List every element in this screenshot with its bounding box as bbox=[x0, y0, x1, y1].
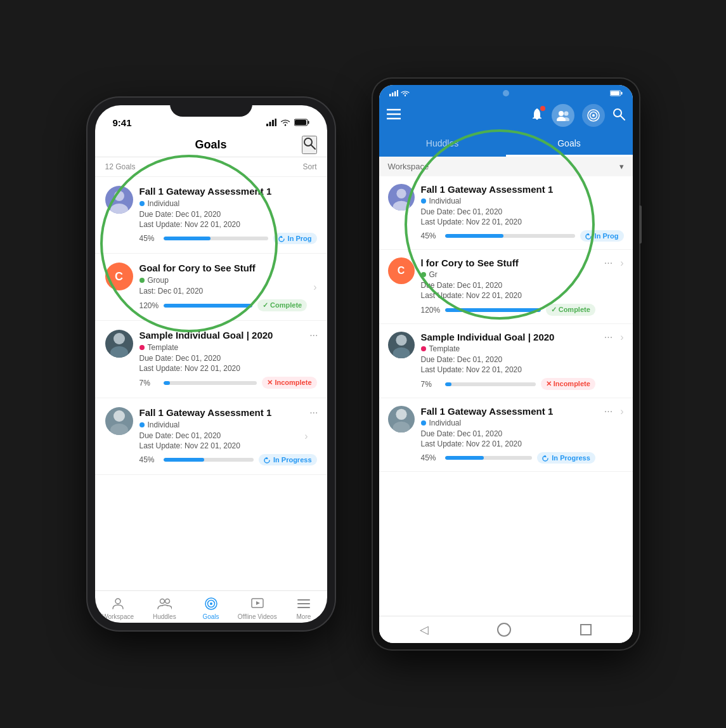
android-tab-bar: Huddles Goals bbox=[379, 132, 633, 157]
progress-row: 7% ✕ Incomplete bbox=[421, 378, 595, 390]
more-icon bbox=[296, 596, 311, 611]
type-label: Template bbox=[148, 343, 179, 352]
svg-rect-32 bbox=[397, 90, 398, 96]
progress-pct: 45% bbox=[139, 455, 159, 464]
progress-bar-bg bbox=[164, 304, 252, 308]
progress-pct: 120% bbox=[421, 306, 441, 315]
status-badge: In Progress bbox=[537, 452, 595, 464]
type-label: Group bbox=[148, 276, 169, 285]
due-date: Due Date: Dec 01, 2020 bbox=[421, 281, 595, 290]
more-options-icon[interactable]: ··· bbox=[604, 257, 613, 269]
svg-rect-29 bbox=[389, 94, 391, 96]
progress-row: 45% In Prog bbox=[421, 230, 624, 242]
android-search-button[interactable] bbox=[613, 108, 625, 124]
goal-item[interactable]: Sample Individual Goal | 2020 Template D… bbox=[379, 324, 633, 398]
android-status-left bbox=[389, 90, 427, 96]
svg-point-41 bbox=[564, 112, 568, 116]
svg-point-18 bbox=[115, 599, 120, 604]
android-goals-list: Fall 1 Gateway Assessment 1 Individual D… bbox=[379, 176, 633, 616]
tab-more-label: More bbox=[297, 613, 311, 620]
back-button[interactable]: ◁ bbox=[420, 623, 429, 637]
android-status-right bbox=[585, 90, 623, 96]
more-options-icon[interactable]: ··· bbox=[309, 330, 318, 341]
svg-rect-31 bbox=[394, 91, 396, 96]
goal-content: Fall 1 Gateway Assessment 1 Individual D… bbox=[139, 186, 317, 244]
progress-bar-bg bbox=[445, 234, 575, 238]
tab-huddles[interactable]: Huddles bbox=[141, 596, 188, 620]
tab-goals[interactable]: Goals bbox=[188, 596, 234, 620]
goal-content: Fall 1 Gateway Assessment 1 Individual D… bbox=[421, 406, 595, 464]
svg-point-15 bbox=[113, 410, 125, 422]
tab-more[interactable]: More bbox=[280, 596, 327, 620]
android-battery-icon bbox=[610, 90, 623, 96]
tab-offline[interactable]: Offline Videos bbox=[234, 596, 280, 620]
tab-goals-android[interactable]: Goals bbox=[506, 132, 633, 157]
target-icon bbox=[587, 108, 600, 122]
svg-point-23 bbox=[210, 602, 212, 605]
goal-item[interactable]: C l for Cory to See Stuff Gr Due Date: D… bbox=[379, 250, 633, 324]
progress-row: 7% ✕ Incomplete bbox=[139, 377, 317, 389]
progress-pct: 45% bbox=[421, 453, 440, 462]
signal-icon bbox=[266, 119, 276, 126]
avatar: C bbox=[105, 263, 133, 290]
tab-workspace[interactable]: Workspace bbox=[95, 596, 141, 620]
power-button[interactable] bbox=[639, 205, 642, 244]
more-options-icon[interactable]: ··· bbox=[604, 332, 613, 343]
goal-item[interactable]: Fall 1 Gateway Assessment 1 Individual D… bbox=[95, 177, 327, 254]
sort-button[interactable]: Sort bbox=[302, 162, 316, 171]
goals-icon bbox=[204, 596, 219, 611]
type-dot bbox=[421, 198, 426, 204]
svg-point-11 bbox=[110, 204, 128, 214]
svg-point-47 bbox=[614, 109, 621, 117]
avatar-img bbox=[105, 407, 133, 435]
last-update: Last Update: Nov 22 01, 2020 bbox=[421, 218, 624, 226]
goal-title: Fall 1 Gateway Assessment 1 bbox=[139, 407, 317, 418]
android-search-icon bbox=[613, 108, 625, 120]
goal-item[interactable]: Fall 1 Gateway Assessment 1 Individual D… bbox=[95, 398, 327, 475]
progress-bar-fill bbox=[445, 382, 451, 386]
goal-item[interactable]: C Goal for Cory to See Stuff Group Last:… bbox=[95, 254, 327, 321]
status-badge: ✓ Complete bbox=[257, 299, 307, 311]
avatar-img bbox=[388, 332, 415, 358]
wifi-icon bbox=[280, 119, 290, 126]
profile-icon[interactable] bbox=[552, 104, 574, 127]
type-label: Individual bbox=[429, 197, 462, 205]
svg-point-19 bbox=[160, 599, 165, 604]
due-date: Due Date: Dec 01, 2020 bbox=[421, 207, 624, 216]
type-label: Individual bbox=[148, 420, 180, 429]
tab-bar: Workspace Huddles bbox=[95, 590, 327, 623]
more-options-icon[interactable]: ··· bbox=[604, 406, 613, 417]
type-dot bbox=[421, 272, 426, 277]
more-options-icon[interactable]: ··· bbox=[309, 407, 318, 419]
goals-count-bar: 12 Goals Sort bbox=[95, 157, 327, 177]
android-signal-icon bbox=[389, 90, 398, 96]
type-label: Individual bbox=[429, 419, 462, 427]
goal-item[interactable]: Fall 1 Gateway Assessment 1 Individual D… bbox=[379, 176, 633, 250]
progress-pct: 45% bbox=[139, 234, 159, 243]
offline-videos-icon bbox=[250, 596, 265, 611]
goal-type: Gr bbox=[421, 270, 595, 279]
goals-list: Fall 1 Gateway Assessment 1 Individual D… bbox=[95, 177, 327, 590]
goal-item[interactable]: Sample Individual Goal | 2020 Template D… bbox=[95, 321, 327, 398]
progress-row: 45% In Progress bbox=[139, 454, 317, 465]
search-button[interactable] bbox=[302, 136, 317, 154]
type-dot bbox=[139, 422, 145, 427]
goal-item[interactable]: Fall 1 Gateway Assessment 1 Individual D… bbox=[379, 398, 633, 472]
goal-content: Fall 1 Gateway Assessment 1 Individual D… bbox=[139, 407, 317, 465]
progress-row: 45% In Prog bbox=[139, 233, 317, 244]
svg-point-50 bbox=[392, 201, 410, 211]
goal-title: Goal for Cory to See Stuff bbox=[139, 263, 308, 273]
menu-icon[interactable] bbox=[387, 108, 401, 123]
tab-huddles-android[interactable]: Huddles bbox=[379, 132, 506, 157]
svg-point-46 bbox=[592, 114, 595, 117]
status-badge: In Prog bbox=[273, 233, 317, 244]
bell-button[interactable] bbox=[530, 107, 544, 124]
dropdown-icon[interactable]: ▾ bbox=[619, 162, 624, 171]
recents-button[interactable] bbox=[580, 624, 592, 635]
progress-bar-bg bbox=[445, 308, 540, 312]
avatar-img bbox=[388, 406, 415, 432]
goals-toolbar-icon[interactable] bbox=[582, 104, 605, 127]
home-button[interactable] bbox=[497, 623, 511, 637]
progress-bar-fill bbox=[164, 458, 204, 462]
status-badge: ✕ Incomplete bbox=[262, 377, 316, 389]
